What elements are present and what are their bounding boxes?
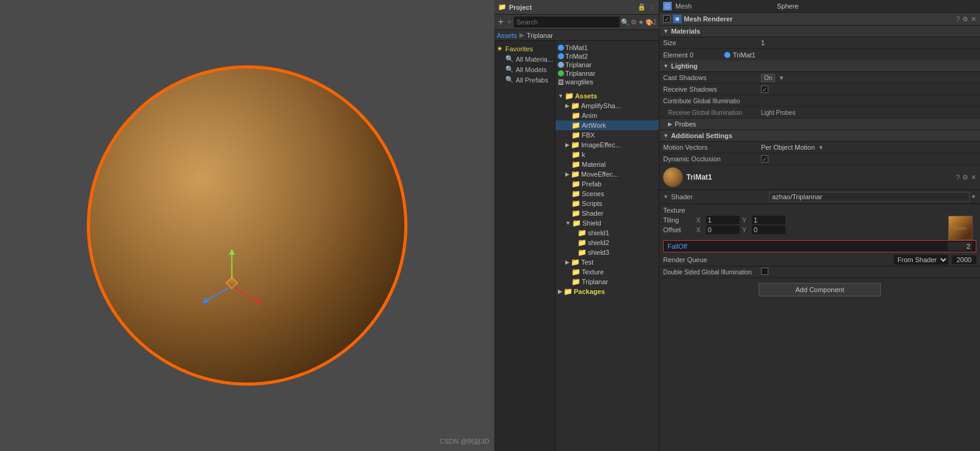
cast-shadows-row: Cast Shadows On ▼ bbox=[659, 72, 980, 84]
breadcrumb-folder[interactable]: Triplanar bbox=[527, 32, 553, 39]
offset-row: Offset X Y bbox=[663, 226, 976, 234]
mesh-renderer-checkbox[interactable] bbox=[663, 15, 670, 23]
texture-thumbnail[interactable]: Selec bbox=[948, 216, 973, 240]
material-close-icon[interactable]: ✕ bbox=[971, 174, 976, 182]
add-button[interactable]: + bbox=[497, 16, 505, 28]
offset-x-input[interactable] bbox=[706, 226, 740, 234]
tiling-label: Tiling bbox=[663, 216, 694, 224]
question-icon[interactable]: ? bbox=[956, 15, 960, 23]
tree-item-wangtiles[interactable]: 🖼 wangtiles bbox=[555, 78, 659, 86]
render-queue-source-select[interactable]: From Shader bbox=[894, 255, 948, 265]
tree-item-trimat1[interactable]: TriMat1 bbox=[555, 43, 659, 52]
tree-item-assets[interactable]: ▼ 📁 Assets bbox=[555, 91, 659, 101]
render-queue-label: Render Queue bbox=[663, 256, 890, 263]
menu-icon[interactable]: ⋮ bbox=[648, 3, 655, 11]
tiling-x-input[interactable] bbox=[706, 216, 740, 224]
tree-item-amplifyshadersunity[interactable]: ▶ 📁 AmplifySha... bbox=[555, 101, 659, 111]
materials-section-header[interactable]: ▼ Materials bbox=[659, 26, 980, 37]
tree-item-triplanar-folder[interactable]: 📁 Triplanar bbox=[555, 277, 659, 287]
double-sided-gi-checkbox[interactable] bbox=[761, 268, 768, 275]
fav-all-materials[interactable]: 🔍 All Materia... bbox=[494, 54, 555, 64]
shader-value[interactable]: azhao/Triplannar bbox=[769, 192, 970, 202]
receive-gi-value: Light Probes bbox=[761, 109, 976, 116]
tiling-y-input[interactable] bbox=[752, 216, 785, 224]
contribute-gi-label: Contribute Global Illuminatio bbox=[663, 98, 761, 105]
folder-icon-moveeff: 📁 bbox=[571, 170, 580, 178]
tree-item-prefab[interactable]: 📁 Prefab bbox=[555, 179, 659, 189]
tree-item-moveeffects[interactable]: ▶ 📁 MoveEffec... bbox=[555, 169, 659, 179]
texture-icon: 🖼 bbox=[558, 79, 564, 86]
folder-icon-artwork: 📁 bbox=[571, 121, 581, 130]
lighting-section-header[interactable]: ▼ Lighting bbox=[659, 61, 980, 72]
element0-value: TriMat1 bbox=[733, 51, 755, 59]
eye-icon[interactable]: 🎨2 bbox=[645, 19, 656, 26]
contribute-gi-row: Contribute Global Illuminatio bbox=[659, 95, 980, 107]
dynamic-occlusion-value bbox=[761, 155, 976, 163]
mesh-component-icon: ⬡ bbox=[663, 2, 672, 10]
fav-all-models[interactable]: 🔍 All Models bbox=[494, 64, 555, 75]
filter-icon[interactable]: ⚙ bbox=[631, 18, 637, 26]
settings-icon[interactable]: ⚙ bbox=[962, 15, 968, 23]
shader-expand-arrow: ▼ bbox=[663, 194, 669, 200]
search-input[interactable] bbox=[514, 16, 620, 28]
folder-icon-scenes: 📁 bbox=[571, 189, 581, 198]
project-content: ★ Favorites 🔍 All Materia... 🔍 All Model… bbox=[494, 41, 659, 451]
size-value: 1 bbox=[761, 39, 976, 46]
tree-item-anim[interactable]: 📁 Anim bbox=[555, 111, 659, 120]
tree-item-triplannar-scene[interactable]: Triplannar bbox=[555, 69, 659, 78]
material-thumbnail bbox=[663, 167, 683, 187]
falloff-input[interactable] bbox=[948, 242, 972, 251]
tree-item-material[interactable]: 📁 Material bbox=[555, 160, 659, 169]
offset-x-label: X bbox=[696, 226, 703, 233]
tree-item-packages[interactable]: ▶ 📁 Packages bbox=[555, 287, 659, 296]
receive-gi-label: Receive Global Illumination bbox=[663, 109, 761, 116]
collapse-arrow-assets: ▼ bbox=[558, 93, 563, 99]
tree-item-shader[interactable]: 📁 Shader bbox=[555, 208, 659, 218]
tree-item-shield[interactable]: ▼ 📁 Shield bbox=[555, 218, 659, 228]
star-icon[interactable]: ★ bbox=[638, 18, 644, 26]
shader-dropdown-arrow: ▼ bbox=[971, 194, 976, 200]
tree-item-trimat2[interactable]: TriMat2 bbox=[555, 52, 659, 61]
receive-shadows-checkbox[interactable] bbox=[761, 86, 768, 93]
search-small-icon: 🔍 bbox=[505, 55, 514, 63]
probes-section-header[interactable]: ▶ Probes bbox=[659, 119, 980, 130]
material-settings-icon[interactable]: ⚙ bbox=[962, 174, 968, 182]
tree-item-scenes[interactable]: 📁 Scenes bbox=[555, 189, 659, 199]
tree-item-imageeffects[interactable]: ▶ 📁 ImageEffec... bbox=[555, 140, 659, 150]
add-component-button[interactable]: Add Component bbox=[759, 283, 881, 296]
fav-all-prefabs[interactable]: 🔍 All Prefabs bbox=[494, 75, 555, 85]
packages-folder-icon: 📁 bbox=[563, 287, 573, 296]
material-actions: ? ⚙ ✕ bbox=[956, 174, 976, 182]
render-queue-value-input[interactable] bbox=[952, 255, 976, 264]
folder-icon-fbx: 📁 bbox=[571, 131, 581, 139]
watermark-text: CSDN @阿赵3D bbox=[440, 437, 489, 446]
tree-item-texture[interactable]: 📁 Texture bbox=[555, 267, 659, 277]
folder-icon-material: 📁 bbox=[571, 160, 581, 169]
mesh-row: ⬡ Mesh Sphere bbox=[659, 0, 980, 13]
tree-item-triplanar-shader[interactable]: Triplanar bbox=[555, 61, 659, 69]
folder-icon-shield: 📁 bbox=[572, 219, 581, 227]
dynamic-occlusion-checkbox[interactable] bbox=[761, 155, 768, 163]
close-icon[interactable]: ✕ bbox=[971, 15, 976, 23]
breadcrumb-assets[interactable]: Assets bbox=[497, 32, 517, 39]
texture-content: Tiling X Y Offset X Y bbox=[663, 216, 976, 238]
tree-item-k[interactable]: 📁 k bbox=[555, 150, 659, 160]
folder-icon-amplify: 📁 bbox=[571, 101, 580, 110]
material-name: TriMat1 bbox=[686, 173, 952, 182]
header-actions: 🔒 ⋮ bbox=[637, 3, 655, 11]
tree-item-shield1[interactable]: 📁 shield1 bbox=[555, 228, 659, 238]
material-question-icon[interactable]: ? bbox=[956, 174, 960, 181]
lock-icon[interactable]: 🔒 bbox=[637, 3, 646, 11]
offset-y-label: Y bbox=[742, 226, 749, 233]
tree-item-scripts[interactable]: 📁 Scripts bbox=[555, 199, 659, 208]
tree-item-shield2[interactable]: 📁 shield2 bbox=[555, 238, 659, 248]
offset-y-input[interactable] bbox=[752, 226, 785, 234]
texture-section-label: Texture bbox=[663, 207, 976, 214]
tree-item-artwork[interactable]: 📁 ArtWork bbox=[555, 120, 659, 130]
tree-item-shield3[interactable]: 📁 shield3 bbox=[555, 248, 659, 257]
additional-settings-header[interactable]: ▼ Additional Settings bbox=[659, 130, 980, 142]
tree-item-test[interactable]: ▶ 📁 Test bbox=[555, 257, 659, 267]
tree-item-fbx[interactable]: 📁 FBX bbox=[555, 130, 659, 140]
cast-shadows-label: Cast Shadows bbox=[663, 74, 761, 81]
receive-shadows-label: Receive Shadows bbox=[663, 86, 761, 93]
